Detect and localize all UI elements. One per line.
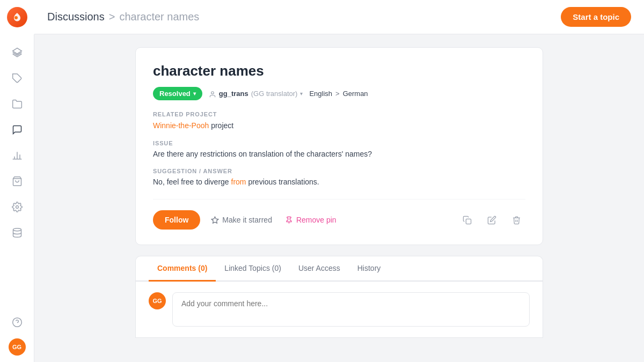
suggestion-text: No, feel free to diverge from previous t… bbox=[153, 178, 525, 186]
suggestion-highlight: from bbox=[231, 178, 246, 186]
project-suffix: project bbox=[209, 121, 233, 130]
breadcrumb: Discussions > character names bbox=[47, 11, 199, 23]
tab-linked-topics[interactable]: Linked Topics (0) bbox=[216, 256, 290, 282]
issue-section: ISSUE Are there any restrictions on tran… bbox=[153, 140, 525, 158]
comment-input[interactable] bbox=[172, 292, 530, 327]
user-chevron: ▾ bbox=[300, 91, 303, 97]
language-meta: English > German bbox=[309, 90, 368, 98]
lang-to: German bbox=[343, 90, 368, 98]
sidebar-nav bbox=[5, 34, 29, 304]
sidebar-item-layers[interactable] bbox=[5, 41, 29, 64]
pin-button[interactable]: Remove pin bbox=[283, 212, 339, 227]
comment-area: GG bbox=[135, 282, 543, 338]
svg-point-8 bbox=[16, 206, 18, 209]
suggestion-prefix: No, feel free to diverge bbox=[153, 178, 231, 186]
username: gg_trans bbox=[219, 90, 248, 98]
header: Discussions > character names Start a to… bbox=[34, 0, 644, 34]
sidebar-item-chart[interactable] bbox=[5, 144, 29, 167]
star-label: Make it starred bbox=[222, 216, 272, 224]
sidebar-item-help[interactable] bbox=[5, 311, 29, 334]
topic-meta: Resolved ▾ gg_trans (GG translator) ▾ bbox=[153, 87, 525, 100]
issue-label: ISSUE bbox=[153, 140, 525, 146]
suggestion-suffix: previous translations. bbox=[246, 178, 319, 186]
sidebar-item-shopping[interactable] bbox=[5, 169, 29, 193]
breadcrumb-parent: Discussions bbox=[47, 11, 105, 23]
suggestion-section: SUGGESTION / ANSWER No, feel free to div… bbox=[153, 168, 525, 186]
sidebar-bottom: GG bbox=[5, 304, 29, 362]
svg-marker-13 bbox=[212, 217, 219, 223]
breadcrumb-current: character names bbox=[119, 11, 199, 23]
tabs-section: Comments (0) Linked Topics (0) User Acce… bbox=[135, 256, 543, 282]
copy-button[interactable] bbox=[458, 211, 476, 229]
follow-button[interactable]: Follow bbox=[153, 210, 200, 230]
svg-rect-15 bbox=[466, 219, 471, 224]
related-project-label: RELATED PROJECT bbox=[153, 111, 525, 117]
delete-icon bbox=[512, 216, 521, 225]
delete-button[interactable] bbox=[507, 211, 525, 229]
edit-button[interactable] bbox=[482, 211, 501, 229]
main-content: Discussions > character names Start a to… bbox=[34, 0, 644, 362]
issue-text: Are there any restrictions on translatio… bbox=[153, 150, 525, 158]
related-project-section: RELATED PROJECT Winnie-the-Pooh project bbox=[153, 111, 525, 130]
app-logo[interactable] bbox=[0, 0, 34, 34]
svg-point-9 bbox=[13, 228, 21, 231]
sidebar-item-tags[interactable] bbox=[5, 67, 29, 90]
icon-actions bbox=[458, 211, 525, 229]
topic-title: character names bbox=[153, 63, 525, 79]
user-icon bbox=[209, 89, 216, 98]
lang-arrow: > bbox=[335, 90, 340, 98]
user-meta[interactable]: gg_trans (GG translator) ▾ bbox=[209, 89, 303, 98]
tab-user-access[interactable]: User Access bbox=[290, 256, 349, 282]
suggestion-label: SUGGESTION / ANSWER bbox=[153, 168, 525, 174]
breadcrumb-separator: > bbox=[109, 11, 115, 23]
sidebar-item-folder[interactable] bbox=[5, 92, 29, 116]
tab-comments[interactable]: Comments (0) bbox=[149, 256, 216, 282]
copy-icon bbox=[463, 216, 472, 225]
star-icon bbox=[211, 216, 219, 224]
sidebar: GG bbox=[0, 0, 34, 362]
sidebar-item-database[interactable] bbox=[5, 221, 29, 245]
topic-actions: Follow Make it starred Remove pin bbox=[153, 199, 525, 230]
project-link[interactable]: Winnie-the-Pooh bbox=[153, 121, 209, 130]
status-chevron: ▾ bbox=[193, 91, 196, 97]
topic-card: character names Resolved ▾ gg_trans (GG … bbox=[135, 47, 543, 245]
pin-icon bbox=[285, 216, 293, 224]
star-button[interactable]: Make it starred bbox=[209, 212, 274, 227]
start-topic-button[interactable]: Start a topic bbox=[561, 7, 631, 27]
svg-point-12 bbox=[211, 91, 214, 94]
svg-point-0 bbox=[14, 16, 18, 19]
user-role: (GG translator) bbox=[251, 90, 298, 98]
logo-circle bbox=[7, 7, 27, 27]
pin-label: Remove pin bbox=[296, 216, 336, 224]
lang-from: English bbox=[309, 90, 332, 98]
content-area: character names Resolved ▾ gg_trans (GG … bbox=[34, 34, 644, 362]
sidebar-item-discussions[interactable] bbox=[5, 118, 29, 142]
tab-history[interactable]: History bbox=[349, 256, 390, 282]
user-avatar[interactable]: GG bbox=[9, 338, 26, 356]
sidebar-item-settings[interactable] bbox=[5, 195, 29, 219]
status-label: Resolved bbox=[159, 90, 191, 98]
svg-point-10 bbox=[12, 318, 21, 327]
status-badge[interactable]: Resolved ▾ bbox=[153, 87, 202, 100]
tabs-bar: Comments (0) Linked Topics (0) User Acce… bbox=[136, 256, 543, 282]
comment-user-avatar: GG bbox=[149, 292, 166, 309]
edit-icon bbox=[487, 216, 496, 225]
